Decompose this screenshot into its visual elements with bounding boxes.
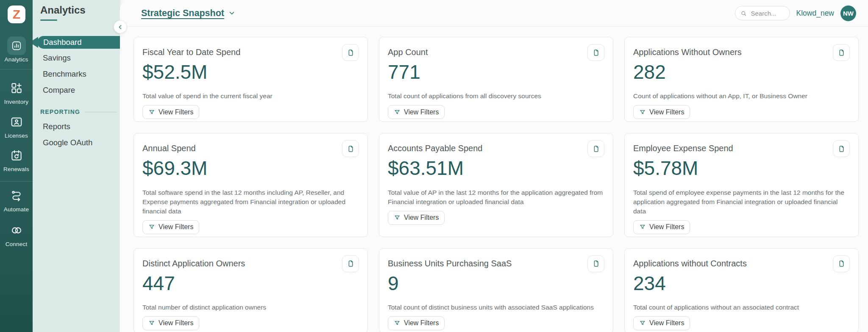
document-icon [592, 144, 601, 153]
export-report-button[interactable] [587, 255, 604, 272]
card-value: 771 [388, 62, 604, 82]
view-filters-button[interactable]: View Filters [142, 220, 199, 234]
export-report-button[interactable] [833, 255, 850, 272]
view-filters-button[interactable]: View Filters [388, 105, 445, 119]
search-box[interactable] [735, 6, 790, 20]
main-content: Strategic Snapshot Klowd_new NW [120, 0, 868, 332]
rail-item-connect[interactable]: Connect [0, 221, 33, 247]
rail-item-label: Inventory [4, 99, 28, 105]
card-description: Total software spend in the last 12 mont… [142, 188, 359, 216]
sidebar-item-benchmarks[interactable]: Benchmarks [33, 68, 120, 80]
export-report-button[interactable] [587, 140, 604, 157]
card-title: Fiscal Year to Date Spend [142, 44, 240, 57]
workspace-name[interactable]: Klowd_new [796, 9, 835, 18]
card-value: $5.78M [633, 158, 850, 178]
document-icon [837, 144, 846, 153]
view-filters-button[interactable]: View Filters [633, 220, 690, 234]
sidebar-title-underline [40, 19, 57, 21]
app-logo[interactable]: Z [8, 6, 25, 23]
rail-divider [0, 69, 33, 69]
card-description: Count of applications without an App, IT… [633, 91, 850, 101]
rail-item-analytics[interactable]: Analytics [0, 36, 33, 63]
primary-sidebar: Z AnalyticsInventoryLicensesRenewalsAuto… [0, 0, 33, 332]
view-filters-label: View Filters [404, 108, 439, 116]
document-icon [592, 48, 601, 57]
metric-card-applications-without-owners: Applications Without Owners 282 Count of… [624, 37, 859, 122]
view-filters-button[interactable]: View Filters [388, 316, 445, 330]
automate-icon [10, 189, 23, 202]
chevron-left-icon [117, 24, 124, 30]
export-report-button[interactable] [833, 44, 850, 61]
card-description: Total value of spend in the current fisc… [142, 91, 359, 101]
search-input[interactable] [750, 9, 784, 17]
card-title: Distinct Application Owners [142, 255, 245, 268]
view-filters-button[interactable]: View Filters [388, 211, 445, 225]
document-icon [346, 48, 355, 57]
rail-item-automate[interactable]: Automate [0, 186, 33, 213]
analytics-icon [11, 40, 22, 51]
view-filters-label: View Filters [159, 319, 193, 327]
rail-item-label: Licenses [5, 133, 28, 139]
sidebar-collapse-button[interactable] [114, 20, 127, 33]
inventory-icon [10, 82, 23, 94]
document-icon [346, 259, 355, 268]
section-divider [84, 112, 117, 112]
metric-card-fiscal-year-to-date-spend: Fiscal Year to Date Spend $52.5M Total v… [134, 37, 368, 122]
card-value: 282 [633, 62, 850, 82]
sidebar-item-reports[interactable]: Reports [33, 120, 120, 133]
sidebar-item-savings[interactable]: Savings [33, 52, 120, 64]
view-filters-label: View Filters [404, 214, 439, 221]
card-value: 234 [633, 273, 850, 293]
export-report-button[interactable] [833, 140, 850, 157]
reporting-section-label: REPORTING [40, 108, 80, 115]
view-filters-label: View Filters [649, 319, 684, 327]
avatar[interactable]: NW [840, 6, 856, 21]
card-title: Annual Spend [142, 140, 196, 153]
rail-item-label: Renewals [3, 166, 29, 172]
view-filters-label: View Filters [649, 108, 684, 116]
funnel-icon [148, 224, 155, 230]
metric-card-accounts-payable-spend: Accounts Payable Spend $63.51M Total val… [379, 133, 613, 237]
card-title: Applications Without Owners [633, 44, 742, 57]
card-value: $69.3M [142, 158, 359, 178]
view-filters-button[interactable]: View Filters [633, 105, 690, 119]
logo-letter: Z [13, 8, 20, 21]
sidebar-item-compare[interactable]: Compare [33, 84, 120, 97]
document-icon [592, 259, 601, 268]
chevron-down-icon [228, 9, 236, 17]
metric-card-app-count: App Count 771 Total count of application… [379, 37, 613, 122]
rail-item-renewals[interactable]: Renewals [0, 146, 33, 172]
renewals-icon [10, 149, 23, 162]
rail-item-label: Connect [6, 241, 28, 247]
dashboard-selector[interactable]: Strategic Snapshot [141, 8, 236, 19]
search-icon [740, 10, 747, 17]
main-header: Strategic Snapshot Klowd_new NW [120, 0, 868, 27]
app-window: Z AnalyticsInventoryLicensesRenewalsAuto… [0, 0, 868, 332]
funnel-icon [639, 224, 646, 230]
rail-item-label: Automate [4, 206, 29, 213]
export-report-button[interactable] [342, 44, 359, 61]
document-icon [837, 259, 846, 268]
card-description: Total count of distinct business units w… [388, 303, 604, 312]
funnel-icon [148, 109, 155, 116]
rail-item-licenses[interactable]: Licenses [0, 113, 33, 139]
metric-card-business-units-purchasing-saas: Business Units Purchasing SaaS 9 Total c… [379, 248, 613, 332]
document-icon [346, 144, 355, 153]
card-title: Applications without Contracts [633, 255, 747, 268]
card-value: 9 [388, 273, 604, 293]
sidebar-title: Analytics [40, 4, 86, 16]
rail-item-inventory[interactable]: Inventory [0, 79, 33, 105]
view-filters-label: View Filters [649, 223, 684, 231]
export-report-button[interactable] [342, 140, 359, 157]
funnel-icon [639, 109, 646, 116]
view-filters-button[interactable]: View Filters [633, 316, 690, 330]
view-filters-button[interactable]: View Filters [142, 105, 199, 119]
card-description: Total spend of employee expense payments… [633, 188, 850, 216]
card-title: Employee Expense Spend [633, 140, 733, 153]
sidebar-item-dashboard[interactable]: Dashboard [37, 36, 120, 49]
export-report-button[interactable] [342, 255, 359, 272]
card-description: Total count of applications from all dis… [388, 91, 604, 101]
sidebar-item-google-oauth[interactable]: Google OAuth [33, 136, 120, 149]
view-filters-button[interactable]: View Filters [142, 316, 199, 330]
export-report-button[interactable] [587, 44, 604, 61]
